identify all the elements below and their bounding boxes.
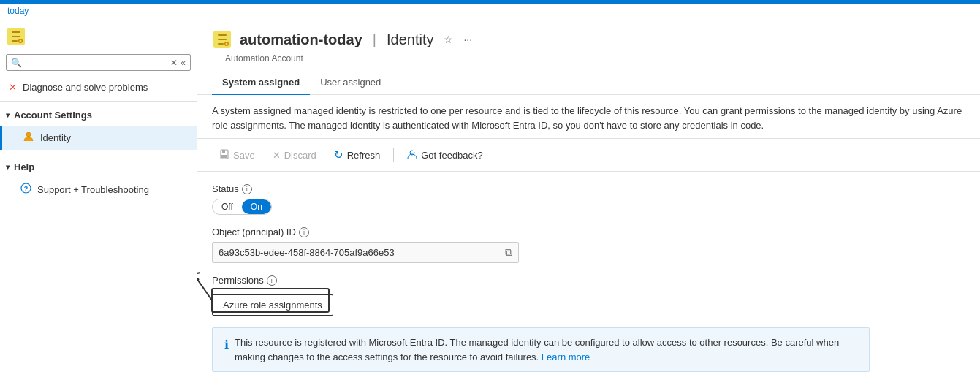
main-content: automation-today | Identity ☆ ··· Automa… — [197, 19, 980, 388]
svg-rect-10 — [222, 150, 225, 153]
chevron-down-icon-2: ▾ — [6, 163, 10, 171]
support-label: Support + Troubleshooting — [37, 184, 149, 195]
toolbar-separator — [393, 148, 394, 162]
svg-line-15 — [197, 274, 199, 280]
toggle-off[interactable]: Off — [213, 199, 242, 214]
collapse-icon[interactable]: « — [181, 58, 186, 68]
sidebar-divider-2 — [0, 153, 197, 153]
sidebar-section-account-settings[interactable]: ▾ Account Settings — [0, 104, 197, 126]
identity-label: Identity — [40, 132, 71, 143]
info-banner-icon: ℹ — [224, 336, 229, 354]
permissions-label: Permissions i — [212, 275, 965, 286]
toolbar: Save ✕ Discard ↻ Refresh Got feedback? — [197, 139, 980, 172]
save-icon — [219, 149, 229, 161]
annotation-wrapper: Azure role assignments — [212, 290, 333, 316]
tab-system-assigned[interactable]: System assigned — [212, 71, 310, 95]
content-area: Status i Off On Object (principal) ID i … — [197, 172, 980, 388]
svg-point-8 — [226, 43, 228, 45]
discard-label: Discard — [284, 150, 316, 161]
svg-text:?: ? — [24, 185, 29, 192]
search-icon: 🔍 — [11, 58, 22, 68]
status-label: Status i — [212, 183, 965, 194]
clear-search-icon[interactable]: ✕ — [170, 58, 178, 68]
search-bar[interactable]: 🔍 ide ✕ « — [6, 54, 191, 71]
save-label: Save — [233, 150, 255, 161]
support-icon: ? — [20, 183, 31, 196]
refresh-label: Refresh — [347, 150, 381, 161]
svg-point-2 — [20, 40, 22, 42]
permissions-section: Permissions i Azure role assignments — [212, 275, 965, 316]
tab-user-assigned[interactable]: User assigned — [310, 71, 391, 95]
object-id-label: Object (principal) ID i — [212, 227, 965, 237]
chevron-down-icon: ▾ — [6, 111, 10, 119]
refresh-button[interactable]: ↻ Refresh — [327, 145, 388, 165]
sidebar-item-support[interactable]: ? Support + Troubleshooting — [0, 178, 197, 201]
header-divider: | — [373, 31, 376, 48]
more-options-icon[interactable]: ··· — [463, 34, 472, 45]
identity-icon — [23, 131, 34, 145]
resource-icon — [6, 26, 26, 47]
info-banner: ℹ This resource is registered with Micro… — [212, 327, 870, 372]
help-label: Help — [14, 161, 34, 172]
tabs: System assigned User assigned — [197, 71, 980, 95]
info-banner-text: This resource is registered with Microso… — [235, 335, 857, 364]
discard-icon: ✕ — [273, 150, 281, 161]
permissions-info-icon[interactable]: i — [267, 275, 277, 286]
resource-type-label: Automation Account — [225, 53, 980, 68]
toggle-on[interactable]: On — [242, 199, 271, 214]
sidebar-section-help[interactable]: ▾ Help — [0, 156, 197, 178]
object-id-value: 6a93c53b-edee-458f-8864-705af9a66e53 — [219, 247, 501, 258]
feedback-icon — [407, 149, 417, 161]
copy-icon[interactable]: ⧉ — [505, 246, 512, 259]
resource-name: automation-today — [240, 31, 362, 48]
permissions-text: Permissions — [212, 275, 264, 286]
description-text: A system assigned managed identity is re… — [197, 95, 980, 139]
svg-rect-11 — [221, 155, 227, 158]
sidebar-item-diagnose[interactable]: ✕ Diagnose and solve problems — [0, 77, 197, 98]
svg-line-16 — [197, 273, 200, 274]
learn-more-link[interactable]: Learn more — [542, 351, 590, 362]
refresh-icon: ↻ — [334, 148, 343, 161]
sidebar-divider — [0, 101, 197, 102]
status-toggle[interactable]: Off On — [212, 199, 272, 215]
breadcrumb[interactable]: today — [0, 4, 980, 19]
diagnose-icon: ✕ — [9, 82, 17, 93]
status-text: Status — [212, 183, 239, 194]
object-id-info-icon[interactable]: i — [299, 227, 309, 237]
account-settings-label: Account Settings — [14, 110, 92, 121]
object-id-field: 6a93c53b-edee-458f-8864-705af9a66e53 ⧉ — [212, 242, 519, 263]
sidebar: 🔍 ide ✕ « ✕ Diagnose and solve problems … — [0, 19, 197, 388]
svg-point-3 — [26, 132, 31, 137]
sidebar-header — [0, 19, 197, 51]
feedback-label: Got feedback? — [421, 150, 483, 161]
page-header-icon — [212, 29, 232, 50]
save-button[interactable]: Save — [212, 145, 262, 165]
feedback-button[interactable]: Got feedback? — [400, 145, 490, 165]
sidebar-item-identity[interactable]: Identity — [0, 126, 197, 150]
page-header: automation-today | Identity ☆ ··· — [197, 19, 980, 56]
object-id-container: Object (principal) ID i 6a93c53b-edee-45… — [212, 227, 965, 263]
azure-role-assignments-button[interactable]: Azure role assignments — [212, 294, 333, 316]
discard-button[interactable]: ✕ Discard — [265, 146, 324, 164]
object-id-text: Object (principal) ID — [212, 227, 296, 237]
page-title: Identity — [387, 31, 433, 48]
diagnose-label: Diagnose and solve problems — [23, 82, 148, 93]
svg-line-14 — [197, 274, 212, 300]
status-info-icon[interactable]: i — [242, 184, 252, 194]
star-icon[interactable]: ☆ — [444, 34, 453, 45]
search-input[interactable]: ide — [25, 57, 167, 68]
